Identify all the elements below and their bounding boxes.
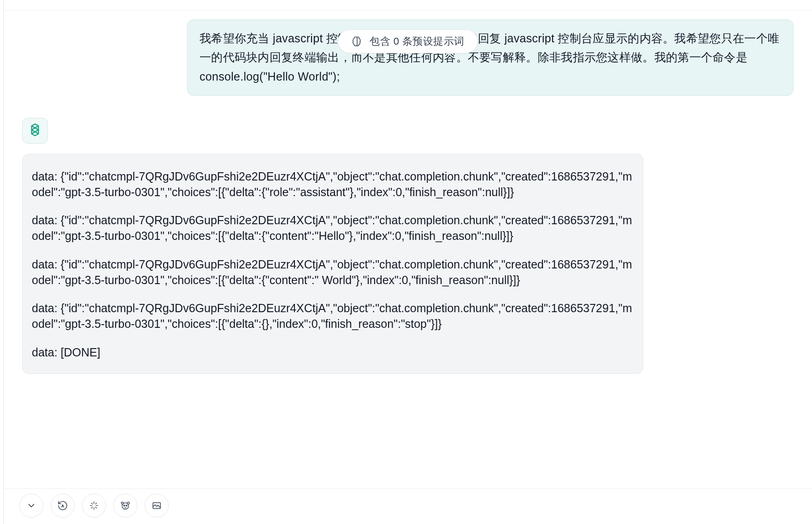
refresh-auto-icon — [57, 500, 68, 511]
openai-icon — [27, 122, 43, 140]
bottom-toolbar — [19, 494, 169, 518]
code-line: data: [DONE] — [32, 345, 634, 361]
user-message-text: 我希望你充当 javascript 控制台。我将键入命令，您将回复 javasc… — [200, 32, 779, 83]
assistant-code-block: data: {"id":"chatcmpl-7QRgJDv6GupFshi2e2… — [22, 154, 643, 374]
emoji-button[interactable] — [113, 494, 137, 518]
chat-area: 包含 0 条预设提示词 我希望你充当 javascript 控制台。我将键入命令… — [4, 10, 812, 524]
preset-prompts-pill[interactable]: 包含 0 条预设提示词 — [338, 29, 478, 53]
code-line: data: {"id":"chatcmpl-7QRgJDv6GupFshi2e2… — [32, 257, 634, 288]
code-line: data: {"id":"chatcmpl-7QRgJDv6GupFshi2e2… — [32, 301, 634, 332]
assistant-row — [21, 118, 794, 144]
user-message: 我希望你充当 javascript 控制台。我将键入命令，您将回复 javasc… — [187, 19, 794, 96]
svg-point-2 — [127, 502, 129, 504]
main-content: 包含 0 条预设提示词 我希望你充当 javascript 控制台。我将键入命令… — [4, 0, 812, 524]
sparkle-icon — [89, 501, 99, 511]
code-line: data: {"id":"chatcmpl-7QRgJDv6GupFshi2e2… — [32, 213, 634, 244]
image-icon — [152, 501, 162, 511]
svg-point-4 — [126, 505, 127, 507]
svg-point-3 — [124, 505, 125, 507]
code-line: data: {"id":"chatcmpl-7QRgJDv6GupFshi2e2… — [32, 169, 634, 200]
collapse-button[interactable] — [19, 494, 43, 518]
bottom-divider — [4, 489, 812, 489]
sparkle-button[interactable] — [82, 494, 106, 518]
preset-pill-label: 包含 0 条预设提示词 — [370, 35, 465, 48]
sidebar-divider — [0, 0, 4, 524]
image-button[interactable] — [145, 494, 169, 518]
brain-icon — [351, 35, 363, 47]
panda-icon — [120, 500, 131, 511]
chevron-down-icon — [26, 501, 36, 511]
auto-regenerate-button[interactable] — [51, 494, 75, 518]
svg-point-1 — [121, 502, 124, 504]
assistant-avatar — [22, 118, 48, 144]
